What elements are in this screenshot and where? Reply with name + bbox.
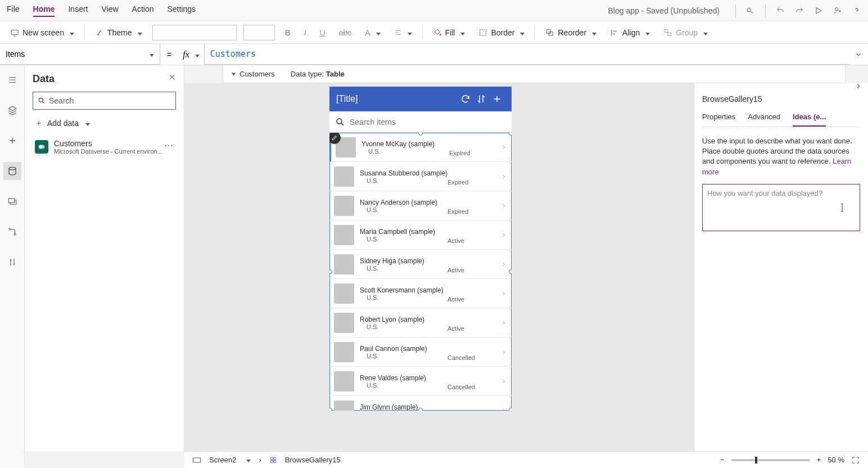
menu-insert[interactable]: Insert — [68, 4, 88, 17]
help-icon[interactable] — [852, 6, 861, 15]
status-bar: Screen2 › BrowseGallery15 − + 50 % — [184, 451, 868, 468]
gallery-item[interactable]: Scott Konersmann (sample) U.S. Active — [329, 279, 512, 308]
undo-icon[interactable] — [776, 6, 785, 15]
layers-button[interactable] — [3, 101, 21, 119]
chevron-right-icon — [500, 290, 507, 297]
item-name: Rene Valdes (sample) — [360, 374, 495, 382]
theme-button[interactable]: Theme — [92, 26, 146, 39]
text-align-button[interactable] — [391, 26, 415, 39]
formula-result-bar: Customers Data type: Table — [223, 65, 846, 83]
refresh-icon[interactable] — [458, 94, 473, 104]
item-status: Active — [447, 296, 464, 303]
svg-rect-18 — [273, 457, 275, 460]
align-button[interactable]: Align — [607, 26, 653, 39]
avatar — [334, 313, 354, 333]
panel-collapse-button[interactable] — [855, 82, 862, 90]
insert-button[interactable] — [3, 132, 21, 150]
tab-advanced[interactable]: Advanced — [748, 112, 780, 127]
svg-rect-9 — [8, 199, 15, 203]
play-icon[interactable] — [814, 6, 823, 15]
font-color-button[interactable]: A — [361, 26, 383, 39]
media-button[interactable] — [3, 192, 21, 210]
ideas-input[interactable]: How you want your data displayed? — [702, 184, 860, 231]
status-screen[interactable]: Screen2 — [209, 456, 236, 464]
item-status: Expired — [447, 179, 468, 186]
app-search-input[interactable] — [350, 118, 506, 127]
zoom-slider[interactable] — [731, 459, 810, 461]
zoom-out-button[interactable]: − — [720, 456, 725, 464]
chevron-right-icon — [500, 349, 507, 356]
gallery-item[interactable]: Robert Lyon (sample) U.S. Active — [329, 308, 512, 338]
property-selector[interactable]: Items — [0, 44, 160, 65]
gallery-icon — [269, 456, 277, 464]
data-search-input[interactable]: Search — [33, 92, 176, 110]
font-family-dropdown[interactable] — [152, 25, 237, 40]
item-name: Yvonne McKay (sample) — [361, 140, 495, 148]
health-icon[interactable] — [746, 6, 755, 15]
item-status: Active — [447, 237, 464, 244]
svg-rect-4 — [547, 29, 551, 33]
selected-control-name: BrowseGallery15 — [702, 94, 860, 104]
result-name[interactable]: Customers — [232, 70, 275, 78]
svg-rect-19 — [270, 460, 273, 462]
underline-button[interactable]: U — [317, 26, 329, 39]
gallery-item[interactable]: Nancy Anderson (sample) U.S. Expired — [329, 191, 512, 220]
share-icon[interactable] — [833, 6, 842, 15]
app-header: [Title] — [329, 87, 512, 111]
gallery-item[interactable]: Maria Campbell (sample) U.S. Active — [329, 220, 512, 250]
tab-ideas-e-[interactable]: Ideas (e... — [793, 112, 826, 127]
zoom-in-button[interactable]: + — [817, 456, 821, 464]
strikethrough-button[interactable]: abc — [336, 26, 355, 39]
browse-gallery[interactable]: Yvonne McKay (sample) U.S. Expired Susan… — [329, 133, 512, 411]
menu-bar: FileHomeInsertViewActionSettings Blog ap… — [0, 0, 868, 21]
gallery-item[interactable]: Susanna Stubberod (sample) U.S. Expired — [329, 162, 512, 191]
gallery-item[interactable]: Sidney Higa (sample) U.S. Active — [329, 250, 512, 279]
item-country: U.S. — [367, 323, 495, 330]
reorder-button[interactable]: Reorder — [542, 26, 600, 39]
gallery-item[interactable]: Yvonne McKay (sample) U.S. Expired — [329, 133, 512, 162]
tools-button[interactable] — [3, 253, 21, 271]
bold-button[interactable]: B — [282, 26, 294, 39]
data-button[interactable] — [3, 162, 21, 180]
menu-file[interactable]: File — [7, 4, 20, 17]
menu-home[interactable]: Home — [33, 4, 55, 17]
menu-view[interactable]: View — [101, 4, 118, 17]
menu-action[interactable]: Action — [132, 4, 154, 17]
close-panel-button[interactable] — [168, 73, 176, 81]
font-size-dropdown[interactable] — [243, 25, 275, 40]
avatar — [334, 342, 354, 362]
gallery-item[interactable]: Jim Glynn (sample) U.S. — [329, 396, 512, 411]
menu-settings[interactable]: Settings — [168, 4, 196, 17]
redo-icon[interactable] — [795, 6, 804, 15]
flow-button[interactable] — [3, 223, 21, 241]
item-name: Sidney Higa (sample) — [360, 257, 495, 265]
new-screen-button[interactable]: New screen — [7, 26, 78, 39]
fx-icon[interactable]: fx — [178, 50, 204, 60]
gallery-item[interactable]: Paul Cannon (sample) U.S. Cancelled — [329, 338, 512, 367]
chevron-right-icon — [500, 232, 507, 238]
chevron-right-icon — [500, 320, 507, 326]
add-icon[interactable] — [489, 94, 505, 104]
fit-screen-button[interactable] — [851, 456, 860, 465]
data-panel: Data Search Add data Customers Microsoft… — [25, 65, 184, 451]
item-country: U.S. — [367, 236, 495, 242]
tab-properties[interactable]: Properties — [702, 112, 735, 127]
data-source-item[interactable]: Customers Microsoft Dataverse - Current … — [33, 136, 176, 158]
gallery-item[interactable]: Rene Valdes (sample) U.S. Cancelled — [329, 367, 512, 396]
fill-button[interactable]: Fill — [430, 26, 469, 39]
italic-button[interactable]: I — [301, 26, 310, 39]
properties-panel: BrowseGallery15 PropertiesAdvancedIdeas … — [694, 83, 868, 451]
avatar — [334, 166, 354, 187]
border-button[interactable]: Border — [475, 26, 528, 39]
data-source-more-button[interactable]: ⋯ — [164, 140, 174, 151]
status-selection[interactable]: BrowseGallery15 — [285, 456, 341, 464]
add-data-button[interactable]: Add data — [33, 115, 176, 131]
search-icon — [335, 117, 345, 127]
group-button[interactable]: Group — [660, 26, 711, 39]
expand-formula-button[interactable] — [849, 51, 868, 58]
sort-icon[interactable] — [473, 94, 489, 104]
equals-label: = — [160, 50, 178, 59]
formula-input[interactable]: Customers — [204, 44, 849, 65]
svg-point-1 — [835, 7, 838, 10]
tree-view-button[interactable] — [3, 71, 21, 89]
